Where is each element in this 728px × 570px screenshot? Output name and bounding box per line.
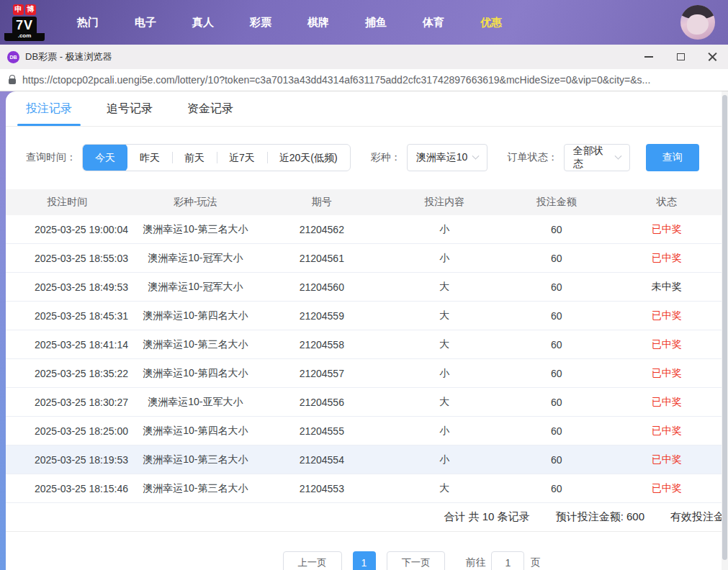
table-row[interactable]: 2025-03-25 18:19:53澳洲幸运10-第三名大小21204554小…: [6, 445, 728, 474]
nav-item-1[interactable]: 电子: [117, 16, 174, 30]
time-filter-option-2[interactable]: 前天: [172, 144, 217, 171]
window-controls: [633, 45, 728, 69]
url-bar[interactable]: https://ctopcp02pcali.uengi5e.com/lotter…: [0, 69, 728, 91]
cell-time: 2025-03-25 18:19:53: [6, 454, 129, 466]
table-row[interactable]: 2025-03-25 18:45:31澳洲幸运10-第四名大小21204559大…: [6, 302, 728, 330]
window-title: DB彩票 - 极速浏览器: [25, 50, 112, 63]
cell-amount: 60: [508, 425, 605, 437]
nav-item-4[interactable]: 棋牌: [289, 16, 347, 30]
summary-total: 合计 共 10 条记录: [444, 510, 529, 524]
user-avatar[interactable]: [680, 5, 715, 40]
cell-content: 小: [382, 367, 508, 380]
scrollbar-track[interactable]: [722, 91, 728, 570]
cell-status: 已中奖: [605, 396, 728, 409]
time-filter-option-4[interactable]: 近20天(低频): [267, 144, 350, 171]
tab-1[interactable]: 追号记录: [107, 91, 153, 126]
lottery-select[interactable]: 澳洲幸运10: [407, 144, 487, 171]
minimize-button[interactable]: [633, 45, 665, 69]
next-page-button[interactable]: 下一页: [387, 551, 446, 570]
cell-status: 已中奖: [605, 338, 728, 351]
url-text[interactable]: https://ctopcp02pcali.uengi5e.com/lotter…: [22, 74, 650, 86]
cell-amount: 60: [508, 224, 605, 235]
cell-amount: 60: [508, 310, 605, 322]
cell-amount: 60: [508, 368, 605, 379]
close-icon: [708, 53, 717, 62]
cell-play: 澳洲幸运10-冠军大小: [129, 252, 263, 265]
logo-suffix-text: .com: [4, 33, 45, 41]
content-card: 投注记录追号记录资金记录 查询时间： 今天昨天前天近7天近20天(低频) 彩种：…: [6, 91, 728, 570]
cell-play: 澳洲幸运10-冠军大小: [129, 281, 263, 294]
table-row[interactable]: 2025-03-25 18:35:22澳洲幸运10-第四名大小21204557小…: [6, 359, 728, 388]
cell-play: 澳洲幸运10-第四名大小: [129, 425, 263, 438]
cell-play: 澳洲幸运10-第三名大小: [129, 223, 263, 236]
lock-icon: [9, 78, 16, 84]
chevron-down-icon: [472, 152, 479, 159]
table-row[interactable]: 2025-03-25 18:25:00澳洲幸运10-第四名大小21204555小…: [6, 417, 728, 445]
logo-badge-bo: 博: [25, 4, 36, 15]
cell-status: 已中奖: [605, 425, 728, 438]
prev-page-button[interactable]: 上一页: [283, 551, 342, 570]
cell-content: 小: [382, 453, 508, 466]
time-filter-option-1[interactable]: 昨天: [127, 144, 172, 171]
cell-content: 大: [382, 309, 508, 322]
goto-page-group: 前往 页: [465, 551, 540, 570]
cell-period: 21204562: [262, 224, 381, 235]
cell-period: 21204554: [262, 454, 381, 466]
maximize-button[interactable]: [665, 45, 696, 69]
cell-play: 澳洲幸运10-第四名大小: [129, 367, 263, 380]
column-header-4: 投注金额: [508, 196, 605, 209]
cell-status: 已中奖: [605, 309, 728, 322]
time-filter-option-3[interactable]: 近7天: [217, 144, 267, 171]
cell-amount: 60: [508, 281, 605, 293]
nav-item-6[interactable]: 体育: [405, 16, 462, 30]
query-button[interactable]: 查询: [646, 144, 699, 171]
cell-time: 2025-03-25 18:49:53: [6, 281, 129, 293]
browser-favicon-icon: DB: [7, 51, 19, 63]
cell-content: 大: [382, 482, 508, 495]
lottery-filter-label: 彩种：: [371, 151, 401, 164]
cell-time: 2025-03-25 19:00:04: [6, 224, 129, 235]
pagination: 上一页 1 下一页 前往 页: [50, 551, 728, 570]
site-logo[interactable]: 申 博 7V .com: [4, 4, 45, 41]
cell-content: 小: [382, 425, 508, 438]
table-row[interactable]: 2025-03-25 18:41:14澳洲幸运10-第三名大小21204558大…: [6, 330, 728, 359]
table-row[interactable]: 2025-03-25 18:30:27澳洲幸运10-亚军大小21204556大6…: [6, 388, 728, 417]
tab-bar: 投注记录追号记录资金记录: [6, 91, 728, 127]
close-button[interactable]: [696, 45, 728, 69]
column-header-0: 投注时间: [6, 196, 129, 209]
nav-item-0[interactable]: 热门: [59, 16, 117, 30]
goto-page-input[interactable]: [491, 551, 524, 570]
bet-records-table: 投注时间彩种-玩法期号投注内容投注金额状态 2025-03-25 19:00:0…: [6, 189, 728, 503]
time-filter-group: 今天昨天前天近7天近20天(低频): [82, 144, 351, 171]
current-page-button[interactable]: 1: [353, 551, 376, 570]
cell-time: 2025-03-25 18:55:03: [6, 253, 129, 264]
scrollbar-thumb[interactable]: [722, 95, 727, 560]
time-filter-option-0[interactable]: 今天: [83, 144, 127, 171]
table-body: 2025-03-25 19:00:04澳洲幸运10-第三名大小21204562小…: [6, 215, 728, 503]
cell-play: 澳洲幸运10-第三名大小: [129, 338, 263, 351]
status-filter-label: 订单状态：: [508, 151, 558, 164]
table-row[interactable]: 2025-03-25 18:55:03澳洲幸运10-冠军大小21204561小6…: [6, 244, 728, 273]
nav-item-2[interactable]: 真人: [174, 16, 232, 30]
cell-content: 小: [382, 223, 508, 236]
tab-0[interactable]: 投注记录: [26, 91, 72, 126]
logo-badge-shen: 申: [13, 4, 24, 15]
table-header-row: 投注时间彩种-玩法期号投注内容投注金额状态: [6, 189, 728, 215]
goto-page-suffix: 页: [530, 556, 540, 569]
table-row[interactable]: 2025-03-25 18:49:53澳洲幸运10-冠军大小21204560大6…: [6, 273, 728, 302]
order-status-select[interactable]: 全部状态: [564, 144, 630, 171]
table-row[interactable]: 2025-03-25 18:15:46澳洲幸运10-第三名大小21204553大…: [6, 474, 728, 503]
minimize-icon: [644, 56, 653, 58]
nav-item-5[interactable]: 捕鱼: [347, 16, 405, 30]
cell-period: 21204560: [262, 281, 381, 293]
nav-item-3[interactable]: 彩票: [232, 16, 289, 30]
cell-time: 2025-03-25 18:45:31: [6, 310, 129, 322]
column-header-1: 彩种-玩法: [129, 196, 263, 209]
cell-time: 2025-03-25 18:30:27: [6, 397, 129, 408]
cell-time: 2025-03-25 18:15:46: [6, 483, 129, 494]
cell-time: 2025-03-25 18:35:22: [6, 368, 129, 379]
nav-item-7[interactable]: 优惠: [462, 16, 520, 30]
tab-2[interactable]: 资金记录: [187, 91, 233, 126]
cell-status: 已中奖: [605, 223, 728, 236]
table-row[interactable]: 2025-03-25 19:00:04澳洲幸运10-第三名大小21204562小…: [6, 215, 728, 244]
